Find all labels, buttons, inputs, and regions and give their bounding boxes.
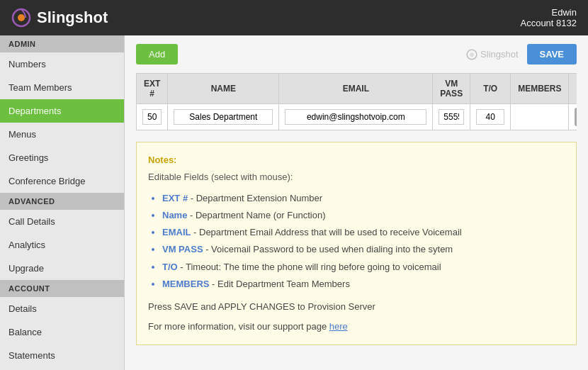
edit-button[interactable]: ✎ — [575, 108, 577, 126]
cell-vmpass — [433, 104, 470, 130]
logo-container: Slingshot — [11, 8, 108, 28]
more-info-line: For more information, visit our support … — [148, 319, 565, 335]
col-members: MEMBERS — [511, 74, 569, 104]
sidebar-item-payments-credits[interactable]: Payments/Credits — [0, 367, 124, 370]
note-label-1: Name — [162, 210, 187, 220]
note-label-0: EXT # — [162, 193, 188, 203]
sidebar-item-departments[interactable]: Departments — [0, 99, 124, 123]
table-header-row: EXT # NAME EMAIL VM PASS T/O MEMBERS ACT… — [137, 74, 577, 104]
watermark-icon — [466, 49, 477, 60]
logo-text: Slingshot — [37, 9, 108, 27]
cell-members — [511, 104, 569, 130]
svg-point-3 — [470, 52, 474, 57]
col-vmpass: VM PASS — [433, 74, 470, 104]
admin-section-header: ADMIN — [0, 35, 124, 52]
sidebar-item-team-members[interactable]: Team Members — [0, 76, 124, 99]
press-save-text: Press SAVE and APPLY CHANGES to Provisio… — [148, 299, 565, 315]
top-bar: Add Slingshot SAVE — [136, 44, 577, 65]
row-actions: ✎ 🗑 — [575, 108, 577, 126]
account-number: Account 8132 — [520, 18, 577, 28]
note-label-5: MEMBERS — [162, 279, 209, 289]
note-desc-5: - Edit Department Team Members — [209, 279, 349, 289]
sidebar-item-statements[interactable]: Statements — [0, 344, 124, 367]
col-name: NAME — [168, 74, 279, 104]
watermark-text: Slingshot — [480, 49, 518, 60]
more-info-text: For more information, visit our support … — [148, 321, 329, 332]
notes-item-3: VM PASS - Voicemail Password to be used … — [162, 242, 565, 257]
advanced-section-header: ADVANCED — [0, 193, 124, 210]
note-label-4: T/O — [162, 262, 178, 272]
app-body: ADMIN Numbers Team Members Departments M… — [0, 35, 588, 370]
col-actions: ACTIONS — [569, 74, 577, 104]
note-desc-3: - Voicemail Password to be used when dia… — [203, 244, 453, 254]
app-header: Slingshot Edwin Account 8132 — [0, 0, 588, 35]
name-input[interactable] — [174, 109, 273, 125]
notes-item-1: Name - Department Name (or Function) — [162, 208, 565, 223]
svg-point-1 — [18, 14, 25, 21]
notes-item-0: EXT # - Department Extension Number — [162, 191, 565, 206]
table-row: ✎ 🗑 — [137, 104, 577, 130]
sidebar-item-details[interactable]: Details — [0, 297, 124, 320]
note-label-2: EMAIL — [162, 227, 191, 237]
cell-ext — [137, 104, 168, 130]
notes-box: Notes: Editable Fields (select with mous… — [136, 142, 577, 345]
cell-email — [279, 104, 433, 130]
user-info: Edwin Account 8132 — [520, 7, 577, 28]
note-desc-2: - Department Email Address that will be … — [191, 227, 461, 237]
sidebar-item-call-details[interactable]: Call Details — [0, 210, 124, 233]
note-desc-0: - Department Extension Number — [188, 193, 322, 203]
cell-to — [470, 104, 511, 130]
slingshot-logo-icon — [11, 8, 31, 28]
notes-editable-label: Editable Fields (select with mouse): — [148, 169, 565, 185]
cell-actions: ✎ 🗑 — [569, 104, 577, 130]
account-section-header: ACCOUNT — [0, 280, 124, 297]
sidebar-item-balance[interactable]: Balance — [0, 320, 124, 344]
ext-input[interactable] — [142, 109, 162, 125]
vmpass-input[interactable] — [439, 109, 464, 125]
notes-list: EXT # - Department Extension Number Name… — [162, 191, 565, 292]
departments-table: EXT # NAME EMAIL VM PASS T/O MEMBERS ACT… — [136, 73, 577, 130]
sidebar-item-menus[interactable]: Menus — [0, 123, 124, 146]
col-to: T/O — [470, 74, 511, 104]
watermark: Slingshot — [466, 49, 518, 60]
sidebar-item-upgrade[interactable]: Upgrade — [0, 257, 124, 280]
note-label-3: VM PASS — [162, 244, 203, 254]
note-desc-4: - Timeout: The time the phone will ring … — [178, 262, 441, 272]
email-input[interactable] — [285, 109, 426, 125]
sidebar-item-greetings[interactable]: Greetings — [0, 146, 124, 169]
sidebar-item-conference-bridge[interactable]: Conference Bridge — [0, 169, 124, 193]
sidebar-item-analytics[interactable]: Analytics — [0, 233, 124, 257]
save-button[interactable]: SAVE — [527, 44, 577, 65]
col-ext: EXT # — [137, 74, 168, 104]
to-input[interactable] — [476, 109, 504, 125]
main-content: Add Slingshot SAVE EXT # NAME — [125, 35, 588, 370]
here-link[interactable]: here — [329, 321, 348, 332]
notes-item-5: MEMBERS - Edit Department Team Members — [162, 276, 565, 292]
col-email: EMAIL — [279, 74, 433, 104]
notes-title: Notes: — [148, 152, 565, 168]
user-name: Edwin — [520, 7, 577, 18]
notes-item-4: T/O - Timeout: The time the phone will r… — [162, 259, 565, 275]
departments-table-wrapper: EXT # NAME EMAIL VM PASS T/O MEMBERS ACT… — [136, 73, 577, 142]
notes-item-2: EMAIL - Department Email Address that wi… — [162, 225, 565, 240]
cell-name — [168, 104, 279, 130]
sidebar-item-numbers[interactable]: Numbers — [0, 52, 124, 76]
add-button[interactable]: Add — [136, 44, 178, 65]
sidebar: ADMIN Numbers Team Members Departments M… — [0, 35, 125, 370]
note-desc-1: - Department Name (or Function) — [187, 210, 325, 220]
